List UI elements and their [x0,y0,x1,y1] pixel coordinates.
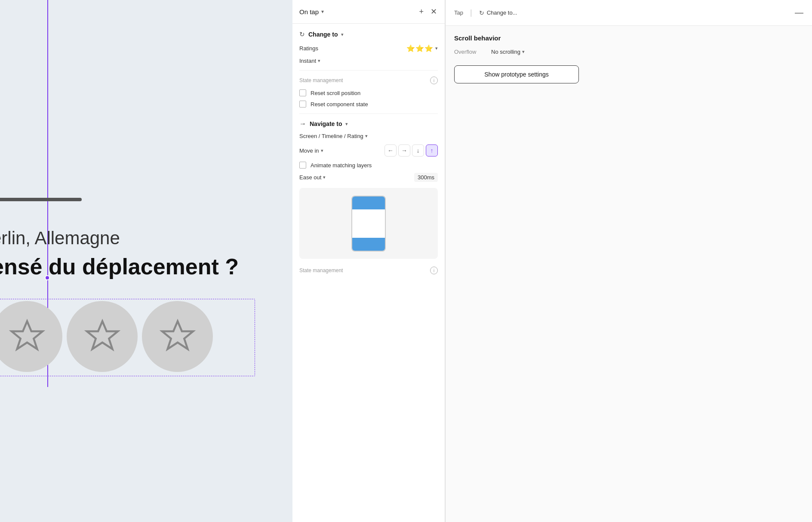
panel-title-chevron[interactable]: ▾ [321,9,324,15]
no-scrolling-label: No scrolling [491,49,520,55]
reset-scroll-label: Reset scroll position [311,90,360,96]
animation-preview [299,188,438,259]
screen-path-chevron: ▾ [365,133,368,139]
change-to-section-header: ↻ Change to ▾ [299,31,438,38]
reset-component-checkbox[interactable] [299,101,306,107]
animate-layers-label: Animate matching layers [311,162,372,169]
dir-right-button[interactable]: → [398,144,410,157]
right-panel: Tap | ↻ Change to... — Scroll behavior O… [445,0,812,522]
move-in-left: Move in ▾ [299,147,323,154]
tab-divider: | [470,8,472,17]
panel-header-left: On tap ▾ [299,8,324,15]
no-scrolling-chevron: ▾ [522,49,525,55]
bottom-state-mgmt-info-icon[interactable]: i [430,267,438,274]
question-text: ensé du déplacement ? [0,254,239,279]
close-panel-button[interactable]: ✕ [430,6,438,17]
ratings-chevron: ▾ [435,46,438,51]
divider-1 [299,70,438,71]
ease-row: Ease out ▾ 300ms [299,173,438,182]
navigate-arrow-icon: → [299,120,306,128]
ease-label: Ease out [299,174,321,181]
navigate-to-chevron[interactable]: ▾ [345,121,348,127]
on-tap-panel: On tap ▾ + ✕ ↻ Change to ▾ Ratings ⭐⭐⭐ ▾… [292,0,445,522]
phone-top-bar [352,197,385,209]
ratings-label: Ratings [299,45,318,52]
reset-component-row: Reset component state [299,101,438,107]
screen-path-row: Screen / Timeline / Rating ▾ [299,133,438,139]
ease-chevron[interactable]: ▾ [323,175,326,180]
star-1 [0,301,62,372]
divider-2 [299,114,438,114]
ratings-stars: ⭐⭐⭐ [406,44,434,52]
right-panel-top: Tap | ↻ Change to... — [446,0,812,26]
state-mgmt-info-icon[interactable]: i [430,77,438,84]
animate-layers-checkbox[interactable] [299,162,306,169]
move-in-label: Move in [299,147,319,154]
dir-up-button[interactable]: ↑ [426,144,438,157]
change-to-label: Change to [308,31,338,38]
move-in-chevron[interactable]: ▾ [321,148,323,154]
dir-left-button[interactable]: ← [384,144,397,157]
tap-tab[interactable]: Tap [454,6,463,19]
duration-value[interactable]: 300ms [414,173,438,182]
phone-mockup [351,196,386,252]
bottom-state-mgmt: State management i [299,265,438,274]
scroll-behavior-title: Scroll behavior [454,34,803,42]
instant-label: Instant [299,58,316,64]
navigate-to-section: → Navigate to ▾ Screen / Timeline / Rati… [299,120,438,274]
panel-actions: + ✕ [418,6,438,17]
phone-bottom-bar [352,238,385,251]
star-2 [67,301,138,372]
change-to-tag: ↻ Change to... [479,9,517,16]
panel-header: On tap ▾ + ✕ [292,0,445,24]
star-3 [142,301,213,372]
screen-path-value[interactable]: Screen / Timeline / Rating ▾ [299,133,368,139]
show-prototype-settings-button[interactable]: Show prototype settings [454,65,579,83]
overflow-label: Overflow [454,49,484,55]
reset-scroll-row: Reset scroll position [299,89,438,96]
overflow-row: Overflow No scrolling ▾ [454,49,803,55]
instant-field-row: Instant ▾ [299,58,438,64]
ratings-value[interactable]: ⭐⭐⭐ ▾ [406,44,438,52]
stars-container [0,301,213,372]
dir-down-button[interactable]: ↓ [412,144,424,157]
right-panel-body: Scroll behavior Overflow No scrolling ▾ … [446,26,812,92]
change-to-icon: ↻ [299,31,305,38]
change-to-chevron[interactable]: ▾ [341,32,344,37]
no-scrolling-select[interactable]: No scrolling ▾ [491,49,525,55]
state-mgmt-header: State management i [299,77,438,84]
panel-title: On tap [299,8,319,15]
city-text: erlin, Allemagne [0,228,120,249]
instant-button[interactable]: Instant ▾ [299,58,320,64]
reset-component-label: Reset component state [311,101,368,107]
navigate-to-header: → Navigate to ▾ [299,120,438,128]
move-in-row: Move in ▾ ← → ↓ ↑ [299,144,438,157]
handle-bar [0,198,82,201]
state-mgmt-label: State management [299,77,343,83]
change-to-tab-label[interactable]: Change to... [487,9,517,16]
ratings-field-row: Ratings ⭐⭐⭐ ▾ [299,44,438,52]
navigate-to-label: Navigate to [310,120,342,127]
ease-left: Ease out ▾ [299,174,326,181]
cycle-icon: ↻ [479,9,484,16]
canvas: erlin, Allemagne ensé du déplacement ? [0,0,292,522]
bottom-state-mgmt-label: State management [299,267,343,273]
direction-buttons: ← → ↓ ↑ [384,144,438,157]
add-interaction-button[interactable]: + [418,6,424,17]
animate-layers-row: Animate matching layers [299,162,438,169]
collapse-button[interactable]: — [795,8,803,18]
panel-body: ↻ Change to ▾ Ratings ⭐⭐⭐ ▾ Instant ▾ St… [292,24,445,522]
instant-chevron: ▾ [318,58,320,64]
reset-scroll-checkbox[interactable] [299,89,306,96]
screen-path-text: Screen / Timeline / Rating [299,133,363,139]
